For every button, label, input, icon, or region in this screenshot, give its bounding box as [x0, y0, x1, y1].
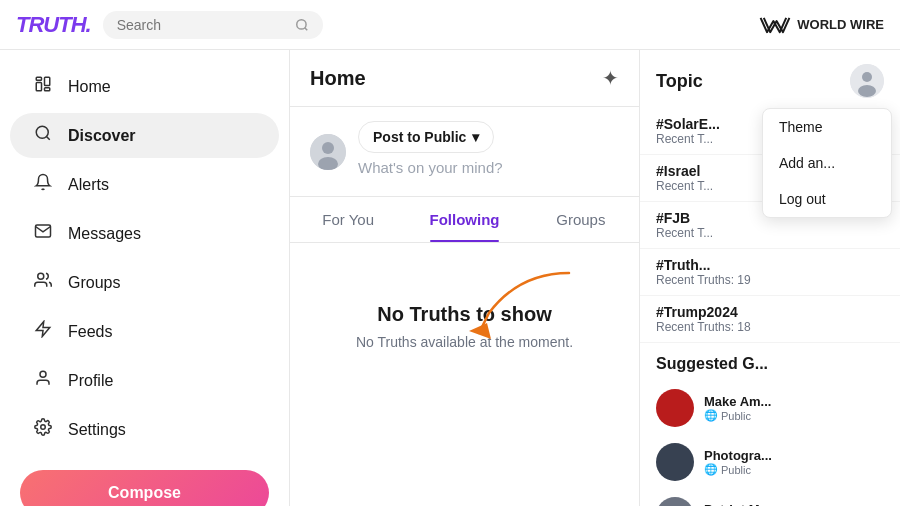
tab-groups[interactable]: Groups — [523, 197, 639, 242]
svg-point-17 — [862, 72, 872, 82]
right-panel-header: Topic — [640, 50, 900, 108]
sidebar-item-home[interactable]: Home — [10, 64, 279, 109]
arrow-decoration — [439, 263, 579, 343]
sidebar-label-groups: Groups — [68, 274, 120, 292]
sidebar-label-feeds: Feeds — [68, 323, 112, 341]
tab-for-you[interactable]: For You — [290, 197, 406, 242]
suggested-item-1[interactable]: Photogra... 🌐 Public — [640, 435, 900, 489]
topic-item-4[interactable]: #Trump2024 Recent Truths: 18 — [640, 296, 900, 343]
suggested-type-1: 🌐 Public — [704, 463, 884, 476]
suggested-item-2[interactable]: Patriot M... 🌐 Public — [640, 489, 900, 506]
sidebar-item-settings[interactable]: Settings — [10, 407, 279, 452]
suggested-avatar-0 — [656, 389, 694, 427]
svg-rect-3 — [36, 83, 41, 91]
logo: TRUTH. — [16, 12, 91, 38]
search-bar[interactable] — [103, 11, 323, 39]
header: TRUTH. WORLD WIRE — [0, 0, 900, 50]
suggested-type-0: 🌐 Public — [704, 409, 884, 422]
tab-following[interactable]: Following — [406, 197, 522, 242]
dropdown-menu: Theme Add an... Log out — [762, 108, 892, 218]
messages-icon — [32, 222, 54, 245]
world-wire-label: WORLD WIRE — [797, 17, 884, 32]
suggested-info-2: Patriot M... 🌐 Public — [704, 502, 884, 506]
topic-name-3: #Truth... — [656, 257, 884, 273]
topic-item-3[interactable]: #Truth... Recent Truths: 19 — [640, 249, 900, 296]
sidebar-label-settings: Settings — [68, 421, 126, 439]
compose-button[interactable]: Compose — [20, 470, 269, 506]
main-title: Home — [310, 67, 366, 90]
sidebar-item-messages[interactable]: Messages — [10, 211, 279, 256]
world-wire-logo: WORLD WIRE — [759, 14, 884, 36]
dropdown-item-logout[interactable]: Log out — [763, 181, 891, 217]
right-panel-title: Topic — [656, 71, 703, 92]
globe-icon-1: 🌐 — [704, 463, 718, 476]
user-avatar[interactable] — [850, 64, 884, 98]
post-bar: Post to Public ▾ What's on your mind? — [290, 107, 639, 197]
whats-on-mind-text: What's on your mind? — [358, 153, 619, 182]
groups-icon — [32, 271, 54, 294]
chevron-down-icon: ▾ — [472, 129, 479, 145]
suggested-name-2: Patriot M... — [704, 502, 884, 506]
svg-line-1 — [304, 27, 307, 30]
post-to-public-button[interactable]: Post to Public ▾ — [358, 121, 494, 153]
post-to-public-label: Post to Public — [373, 129, 466, 145]
svg-point-18 — [858, 85, 876, 97]
svg-point-13 — [322, 142, 334, 154]
profile-icon — [32, 369, 54, 392]
suggested-info-0: Make Am... 🌐 Public — [704, 394, 884, 422]
svg-rect-4 — [45, 77, 50, 85]
suggested-avatar-1 — [656, 443, 694, 481]
right-panel: Topic Theme Add an... Log out #SolarE...… — [640, 50, 900, 506]
main-header: Home ✦ — [290, 50, 639, 107]
sidebar-label-profile: Profile — [68, 372, 113, 390]
suggested-item-0[interactable]: Make Am... 🌐 Public — [640, 381, 900, 435]
sidebar-label-discover: Discover — [68, 127, 136, 145]
search-input[interactable] — [117, 17, 287, 33]
svg-point-10 — [40, 371, 46, 377]
alerts-icon — [32, 173, 54, 196]
plus-icon[interactable]: ✦ — [602, 66, 619, 90]
svg-marker-15 — [469, 323, 491, 339]
sidebar-item-discover[interactable]: Discover — [10, 113, 279, 158]
home-icon — [32, 75, 54, 98]
suggested-title: Suggested G... — [640, 343, 900, 381]
header-right: WORLD WIRE — [759, 14, 884, 36]
suggested-info-1: Photogra... 🌐 Public — [704, 448, 884, 476]
svg-point-8 — [38, 273, 44, 279]
avatar — [310, 134, 346, 170]
svg-point-0 — [296, 19, 305, 28]
layout: Home Discover Alerts Messages Groups — [0, 50, 900, 506]
sidebar-item-alerts[interactable]: Alerts — [10, 162, 279, 207]
topic-sub-3: Recent Truths: 19 — [656, 273, 884, 287]
dropdown-item-theme[interactable]: Theme — [763, 109, 891, 145]
svg-point-6 — [36, 126, 48, 138]
empty-state: No Truths to show No Truths available at… — [290, 243, 639, 410]
discover-icon — [32, 124, 54, 147]
sidebar-item-profile[interactable]: Profile — [10, 358, 279, 403]
header-left: TRUTH. — [16, 11, 323, 39]
sidebar-label-home: Home — [68, 78, 111, 96]
suggested-avatar-2 — [656, 497, 694, 506]
topic-sub-2: Recent T... — [656, 226, 884, 240]
search-icon — [295, 18, 309, 32]
topic-sub-4: Recent Truths: 18 — [656, 320, 884, 334]
feeds-icon — [32, 320, 54, 343]
sidebar: Home Discover Alerts Messages Groups — [0, 50, 290, 506]
sidebar-item-groups[interactable]: Groups — [10, 260, 279, 305]
suggested-name-1: Photogra... — [704, 448, 884, 463]
sidebar-label-alerts: Alerts — [68, 176, 109, 194]
svg-marker-9 — [36, 322, 50, 337]
topic-name-4: #Trump2024 — [656, 304, 884, 320]
dropdown-item-add[interactable]: Add an... — [763, 145, 891, 181]
sidebar-item-feeds[interactable]: Feeds — [10, 309, 279, 354]
post-bar-right: Post to Public ▾ What's on your mind? — [358, 121, 619, 182]
svg-line-7 — [46, 136, 49, 139]
tabs: For You Following Groups — [290, 197, 639, 243]
suggested-name-0: Make Am... — [704, 394, 884, 409]
settings-icon — [32, 418, 54, 441]
svg-rect-5 — [45, 88, 50, 91]
sidebar-label-messages: Messages — [68, 225, 141, 243]
svg-point-11 — [41, 425, 46, 430]
svg-rect-2 — [36, 77, 41, 80]
main-content: Home ✦ Post to Public ▾ What's on your m… — [290, 50, 640, 506]
